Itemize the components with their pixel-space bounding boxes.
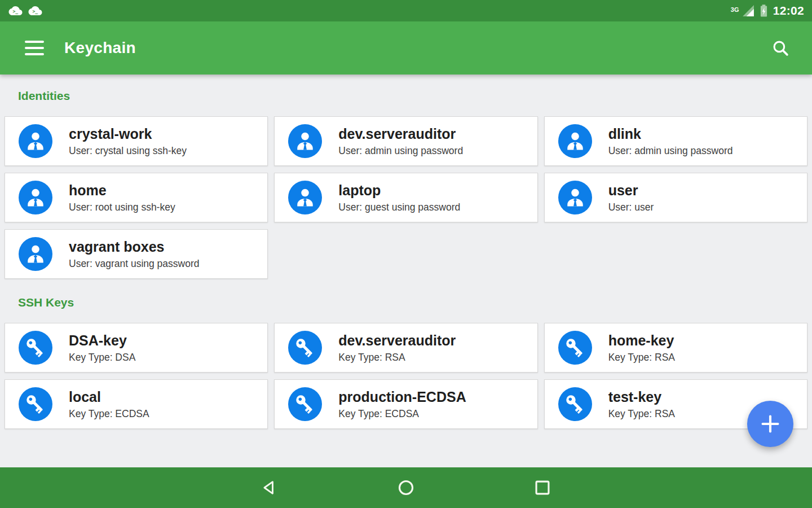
- person-icon: [23, 242, 48, 266]
- avatar: [19, 331, 52, 365]
- identity-card[interactable]: dev.serverauditor User: admin using pass…: [274, 116, 537, 166]
- identity-card[interactable]: vagrant boxes User: vagrant using passwo…: [5, 229, 268, 279]
- identity-card[interactable]: crystal-work User: crystal using ssh-key: [5, 116, 268, 166]
- card-text: laptop User: guest using password: [338, 182, 460, 213]
- card-subtitle: Key Type: ECDSA: [338, 408, 466, 420]
- key-icon: [563, 335, 588, 360]
- clock: 12:02: [773, 4, 804, 17]
- card-subtitle: User: crystal using ssh-key: [69, 145, 187, 157]
- page-title: Keychain: [64, 39, 136, 57]
- battery-charging-icon: [760, 4, 768, 17]
- card-title: DSA-key: [69, 332, 135, 349]
- status-notifications: >_ >_: [8, 4, 43, 17]
- card-text: home-key Key Type: RSA: [608, 332, 675, 364]
- card-text: production-ECDSA Key Type: ECDSA: [338, 388, 466, 420]
- card-subtitle: User: vagrant using password: [69, 258, 200, 270]
- avatar: [288, 124, 322, 158]
- card-text: user User: user: [608, 182, 654, 213]
- card-subtitle: Key Type: DSA: [69, 352, 135, 364]
- recents-icon: [533, 478, 552, 497]
- svg-text:>_: >_: [33, 9, 38, 14]
- card-title: laptop: [338, 182, 460, 199]
- card-subtitle: Key Type: RSA: [608, 408, 675, 420]
- app-bar: Keychain: [0, 21, 812, 75]
- card-text: test-key Key Type: RSA: [608, 388, 675, 420]
- card-title: dev.serverauditor: [338, 332, 456, 349]
- section-title-identities: Identities: [18, 89, 807, 103]
- network-type-label: 3G: [731, 6, 739, 13]
- plus-icon: [760, 413, 781, 435]
- status-indicators: 3G 12:02: [731, 4, 804, 17]
- terminal-cloud-icon: >_: [8, 4, 23, 17]
- status-bar: >_ >_ 3G 12:02: [0, 0, 812, 21]
- back-button[interactable]: [249, 472, 290, 503]
- avatar: [558, 387, 592, 421]
- card-text: home User: root using ssh-key: [69, 182, 175, 213]
- avatar: [288, 181, 322, 214]
- identity-card[interactable]: laptop User: guest using password: [274, 173, 537, 222]
- avatar: [558, 331, 592, 365]
- navigation-bar: [0, 467, 812, 508]
- card-subtitle: Key Type: ECDSA: [69, 408, 149, 420]
- card-subtitle: User: admin using password: [338, 145, 463, 157]
- card-title: vagrant boxes: [69, 238, 200, 255]
- avatar: [19, 387, 52, 421]
- card-title: home: [69, 182, 175, 199]
- person-icon: [293, 129, 317, 154]
- card-text: local Key Type: ECDSA: [69, 388, 149, 420]
- key-icon: [293, 335, 317, 360]
- svg-text:>_: >_: [13, 9, 19, 14]
- search-icon[interactable]: [768, 36, 793, 60]
- card-subtitle: User: admin using password: [608, 145, 733, 157]
- card-title: home-key: [608, 332, 675, 349]
- person-icon: [563, 129, 588, 154]
- ssh-key-card[interactable]: production-ECDSA Key Type: ECDSA: [274, 379, 537, 429]
- ssh-key-card[interactable]: DSA-key Key Type: DSA: [5, 323, 268, 373]
- content-area: Identities crystal-work User: crystal: [0, 75, 812, 467]
- card-title: dlink: [608, 125, 733, 142]
- card-title: test-key: [608, 388, 675, 405]
- terminal-cloud-icon: >_: [28, 4, 43, 17]
- person-icon: [23, 129, 48, 154]
- ssh-key-card[interactable]: home-key Key Type: RSA: [544, 323, 807, 373]
- person-icon: [23, 185, 48, 210]
- avatar: [19, 124, 52, 158]
- key-icon: [23, 335, 48, 360]
- home-icon: [396, 478, 416, 497]
- card-subtitle: Key Type: RSA: [338, 352, 456, 364]
- home-button[interactable]: [385, 472, 427, 503]
- person-icon: [293, 185, 317, 210]
- key-icon: [563, 392, 588, 417]
- recents-button[interactable]: [522, 472, 563, 503]
- card-title: dev.serverauditor: [338, 125, 463, 142]
- add-button[interactable]: [747, 401, 793, 447]
- person-icon: [563, 185, 588, 210]
- card-title: crystal-work: [69, 125, 187, 142]
- card-text: DSA-key Key Type: DSA: [69, 332, 135, 364]
- identity-card[interactable]: home User: root using ssh-key: [5, 173, 268, 222]
- card-text: dev.serverauditor User: admin using pass…: [338, 125, 463, 157]
- card-text: vagrant boxes User: vagrant using passwo…: [69, 238, 200, 270]
- card-text: dev.serverauditor Key Type: RSA: [338, 332, 456, 364]
- card-title: production-ECDSA: [338, 388, 466, 405]
- card-subtitle: Key Type: RSA: [608, 352, 675, 364]
- identity-card[interactable]: dlink User: admin using password: [544, 116, 807, 166]
- avatar: [19, 181, 52, 214]
- card-title: user: [608, 182, 654, 199]
- avatar: [19, 237, 52, 271]
- identity-card[interactable]: user User: user: [544, 173, 807, 222]
- ssh-key-card[interactable]: dev.serverauditor Key Type: RSA: [274, 323, 537, 373]
- cellular-signal-icon: [742, 5, 754, 17]
- hamburger-menu-icon[interactable]: [25, 41, 44, 55]
- avatar: [558, 124, 592, 158]
- back-icon: [260, 478, 279, 497]
- card-subtitle: User: guest using password: [338, 202, 460, 213]
- ssh-key-card[interactable]: local Key Type: ECDSA: [5, 379, 268, 429]
- card-subtitle: User: user: [608, 202, 654, 213]
- avatar: [558, 181, 592, 214]
- card-subtitle: User: root using ssh-key: [69, 202, 175, 213]
- avatar: [288, 387, 322, 421]
- section-title-ssh-keys: SSH Keys: [18, 296, 807, 309]
- card-grid: DSA-key Key Type: DSA dev.servera: [5, 323, 807, 429]
- section: Identities crystal-work User: crystal: [5, 89, 807, 279]
